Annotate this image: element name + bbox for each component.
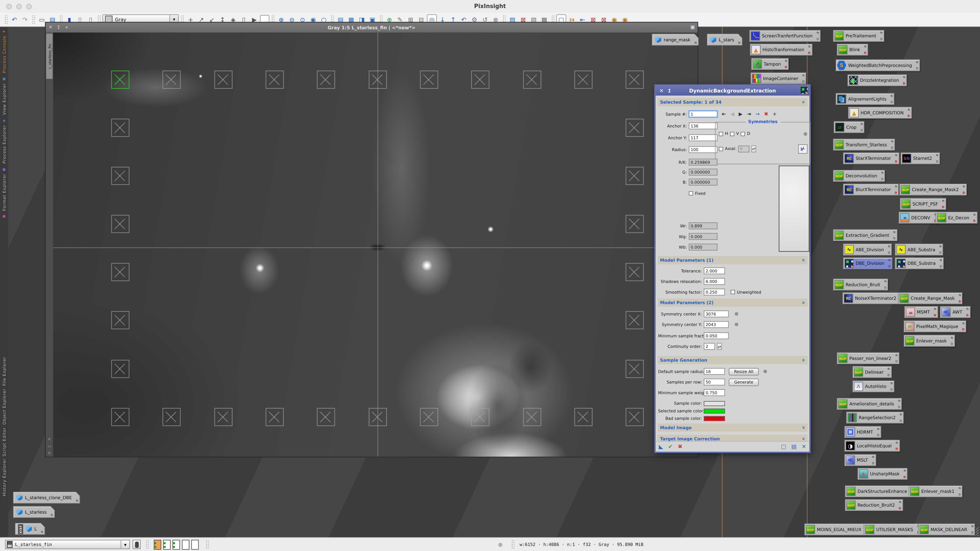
process-icon-autohisto[interactable]: ΛAutoHistoND [853,380,894,392]
process-icon-ez-decon[interactable]: NOPEz_DeconND [935,212,977,224]
symmetry-center-x-input[interactable]: 3076 [704,310,729,317]
dock-item-view-explorer[interactable]: ▣View Explorer [2,74,6,116]
process-icon-deconvolution[interactable]: NOPDeconvolutionND [833,170,886,182]
dock-item-process-console[interactable]: ▸Process Console [2,27,6,74]
minimized-view-tab-l-starless[interactable]: L_starlessN [13,506,55,518]
zoom-window-icon[interactable] [26,4,32,10]
traffic-lights[interactable] [6,4,32,10]
dock-item-icon[interactable]: ● [2,212,6,219]
dbe-sample-box[interactable] [111,263,129,281]
process-icon-delinear[interactable]: NOPDelinearND [853,366,892,378]
symmetry-v-checkbox[interactable] [730,132,734,136]
dbe-sample-box[interactable] [574,408,592,426]
minimized-view-tab-l-starless-clone-dbe[interactable]: L_starless_clone_DBEN [13,492,80,503]
minimized-view-tab-l[interactable]: XISFLN [15,523,45,535]
new-instance-icon[interactable]: ◣ [659,444,663,450]
process-icon-blink[interactable]: NOPBlinkND [837,44,868,56]
dbe-sample-box[interactable] [111,167,129,184]
collapse-section-icon[interactable]: « [800,359,806,362]
dock-item-process-explorer[interactable]: ◈Process Explorer [2,116,6,165]
dbe-sample-box[interactable] [625,118,644,137]
process-icon-blurxterminator[interactable]: RCBlurXTerminatorND [843,184,899,195]
process-icon-pixelmath-magique[interactable]: ∞PixelMath_MagiqueND [904,321,966,332]
process-icon-dbe-division[interactable]: DBE_DivisionND [843,257,892,269]
image-canvas[interactable] [53,33,698,457]
dock-item-history-explorer[interactable]: History Explorer [2,457,6,498]
process-icon-enlever-mask[interactable]: NOPEnlever_maskND [904,335,955,346]
minimize-window-icon[interactable] [16,4,22,10]
resize-all-button[interactable]: Resize All [729,368,759,375]
toolbar-drag-handle[interactable] [5,15,8,24]
dbe-sample-box[interactable] [574,70,592,88]
reset-icon[interactable]: ✕ [802,444,806,450]
channel-thumbnail[interactable] [191,540,199,549]
radius-input[interactable]: 100 [689,146,718,153]
process-icon-reduction-bruit[interactable]: NOPReduction_BruitND [833,279,888,291]
process-icon-weightedbatchpreprocessing[interactable]: SWeightedBatchPreprocessingND [835,59,920,71]
channel-thumbnail[interactable] [182,540,189,549]
dbe-sample-box[interactable] [523,408,541,426]
dbe-sample-box[interactable] [111,311,129,329]
shadows-relaxation-input[interactable]: 6.000 [704,278,725,285]
process-icon-mslt[interactable]: ≪MSLTND [845,454,876,466]
delete-sample-icon[interactable]: ✖ [764,111,768,117]
process-icon-screentranfertfunction[interactable]: ScreenTranfertFunctionND [749,30,821,42]
process-icon-dbe-substra[interactable]: DBE_SubstraND [895,257,944,269]
toolbar-drag-handle[interactable] [32,15,35,24]
process-icon-abe-division[interactable]: ∿ABE_DivisionND [843,244,892,256]
section-model-parameters-1[interactable]: Model Parameters (1) « [657,256,808,264]
view-mode-button[interactable] [132,540,141,549]
collapse-section-icon[interactable]: « [800,301,806,304]
dbe-sample-box[interactable] [625,359,644,378]
image-close-icon[interactable]: ✕ [49,25,52,30]
dbe-titlebar[interactable]: ✕ ↥ DynamicBackgroundExtraction [655,86,810,95]
readout-icon[interactable]: ✕ [48,437,51,441]
process-icon-darkstructureenhance[interactable]: NOPDarkStructureEnhanceND [845,485,915,497]
close-window-icon[interactable] [6,4,12,10]
process-icon-noisexterminator2[interactable]: RCNoiseXTerminator2ND [842,292,904,304]
process-icon-starnet2[interactable]: SNStarnet2ND [900,152,940,164]
dbe-sample-box[interactable] [625,263,644,281]
process-icon-passer-non-linear2[interactable]: NOPPasser_non_linear2ND [837,352,899,364]
process-icon-msmt[interactable]: ▲▲MSMTND [904,306,938,318]
bad-sample-color-swatch[interactable] [704,416,725,421]
image-window-menu-icon[interactable]: ▣ [690,24,695,30]
last-sample-icon[interactable]: ⇥ [747,111,751,117]
dbe-sample-box[interactable] [265,70,283,88]
process-icon-script-psf[interactable]: NOPSCRIPT_PSFND [900,198,946,210]
process-icon-hdr-composition[interactable]: ▲HDR_COMPOSITIONND [848,107,912,119]
realtime-preview-icon[interactable]: ▢ [781,444,786,450]
channel-thumbnail[interactable] [163,540,170,549]
collapse-section-icon[interactable]: « [800,100,806,104]
dbe-sample-box[interactable] [111,118,129,137]
section-sample-generation[interactable]: Sample Generation « [657,356,808,364]
view-tab-range-mask[interactable]: range_maskN [652,34,698,46]
process-icon-reduction-bruit2[interactable]: NOPReduction_Bruit2ND [845,499,903,511]
process-icon-tampon[interactable]: ↗TamponND [751,58,789,70]
tolerance-input[interactable]: 2.000 [704,267,725,274]
process-icon-amelioration-details[interactable]: NOPAmelioration_detailsND [837,398,902,410]
previous-sample-icon[interactable]: ◀ [730,111,734,117]
process-icon-create-range-mask2[interactable]: NOPCreate_Range_Mask2ND [899,184,967,195]
image-shade-icon[interactable]: ↥ [57,25,60,30]
process-icon-alignementlights[interactable]: ★AlignementLightsND [835,93,894,105]
samples-per-row-input[interactable]: 50 [704,378,725,385]
execute-icon[interactable]: ✔ [668,444,673,450]
unweighted-checkbox[interactable] [730,290,735,294]
channel-thumbnail[interactable] [154,540,161,549]
image-window-titlebar[interactable]: ✕ ↥ + Gray 1:5 L_starless_fin | <*new*> … [46,22,698,33]
generate-button[interactable]: Generate [729,378,759,386]
dock-item-script-editor[interactable]: Script Editor [2,426,6,457]
process-icon-rangeselection2[interactable]: RangeSelection2ND [846,412,904,424]
next-sample-icon[interactable]: ▶ [739,111,743,117]
dbe-sample-box[interactable] [420,408,438,426]
axial-symmetry-icon[interactable]: ⊬ [798,144,808,154]
dbe-sample-box[interactable] [625,408,644,426]
axial-checkbox[interactable] [719,146,723,151]
clear-symmetries-icon[interactable]: ⊗ [803,131,807,137]
undo-icon[interactable]: ↶ [10,14,19,24]
view-tab-l-stars[interactable]: L_starsN [707,34,742,46]
process-icon-unsharpmask[interactable]: ▲UnsharpMaskND [858,468,908,480]
continuity-order-spinner[interactable]: ▲▼ [717,343,722,350]
sample-number-input[interactable]: 1 [689,111,718,118]
